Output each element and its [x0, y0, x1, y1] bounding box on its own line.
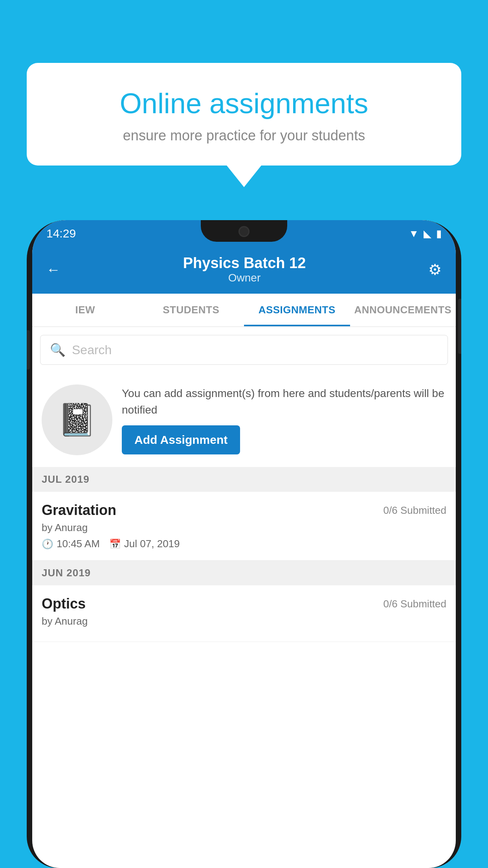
assignment-author-optics: by Anurag	[42, 615, 446, 627]
status-icons: ▼ ◣ ▮	[409, 228, 442, 240]
clock-icon: 🕐	[42, 539, 53, 550]
assignment-title: Gravitation	[42, 502, 116, 519]
assignment-title-optics: Optics	[42, 596, 86, 612]
promo-text: You can add assignment(s) from here and …	[122, 385, 446, 418]
assignment-submitted: 0/6 Submitted	[383, 504, 446, 517]
status-time: 14:29	[46, 227, 76, 240]
assignment-item-gravitation[interactable]: Gravitation 0/6 Submitted by Anurag 🕐 10…	[32, 492, 456, 561]
header-title-group: Physics Batch 12 Owner	[183, 255, 306, 284]
promo-icon-circle: 📓	[42, 384, 112, 455]
speech-bubble-arrow	[227, 166, 261, 187]
promo-text-area: You can add assignment(s) from here and …	[122, 385, 446, 454]
wifi-icon: ▼	[409, 228, 419, 240]
header-title: Physics Batch 12	[183, 255, 306, 272]
tabs-bar: IEW STUDENTS ASSIGNMENTS ANNOUNCEMENTS	[32, 294, 456, 327]
search-container: 🔍 Search	[32, 327, 456, 373]
assignment-meta: 🕐 10:45 AM 📅 Jul 07, 2019	[42, 538, 446, 550]
app-header: ← Physics Batch 12 Owner ⚙	[32, 247, 456, 294]
phone-screen: 14:29 ▼ ◣ ▮ ← Physics Batch 12 Owner ⚙ I…	[32, 220, 456, 868]
tab-students[interactable]: STUDENTS	[138, 294, 244, 326]
phone-side-button-left	[27, 330, 30, 370]
header-subtitle: Owner	[183, 272, 306, 284]
speech-bubble-subtitle: ensure more practice for your students	[50, 127, 438, 144]
search-bar[interactable]: 🔍 Search	[40, 335, 448, 365]
assignment-submitted-optics: 0/6 Submitted	[383, 598, 446, 610]
search-placeholder: Search	[72, 343, 112, 357]
speech-bubble-title: Online assignments	[50, 86, 438, 120]
battery-icon: ▮	[436, 228, 442, 240]
notebook-icon: 📓	[57, 401, 97, 438]
calendar-icon: 📅	[109, 539, 121, 550]
back-button[interactable]: ←	[46, 261, 61, 278]
phone-frame: 14:29 ▼ ◣ ▮ ← Physics Batch 12 Owner ⚙ I…	[27, 220, 461, 868]
month-header-jul: JUL 2019	[32, 467, 456, 492]
assignment-author: by Anurag	[42, 522, 446, 534]
phone-notch	[201, 220, 287, 242]
phone-camera	[238, 226, 250, 237]
tab-announcements[interactable]: ANNOUNCEMENTS	[350, 294, 456, 326]
phone-side-button-right	[458, 299, 461, 354]
speech-bubble: Online assignments ensure more practice …	[27, 63, 461, 166]
tab-iew[interactable]: IEW	[32, 294, 138, 326]
signal-icon: ◣	[424, 228, 431, 240]
speech-bubble-container: Online assignments ensure more practice …	[27, 63, 461, 187]
promo-section: 📓 You can add assignment(s) from here an…	[32, 373, 456, 467]
add-assignment-button[interactable]: Add Assignment	[122, 425, 240, 454]
assignment-item-optics[interactable]: Optics 0/6 Submitted by Anurag	[32, 585, 456, 642]
search-icon: 🔍	[50, 342, 66, 357]
tab-assignments[interactable]: ASSIGNMENTS	[244, 294, 350, 326]
assignment-time: 10:45 AM	[57, 538, 100, 550]
month-header-jun: JUN 2019	[32, 561, 456, 585]
settings-icon[interactable]: ⚙	[428, 261, 442, 278]
assignment-date: Jul 07, 2019	[124, 538, 180, 550]
